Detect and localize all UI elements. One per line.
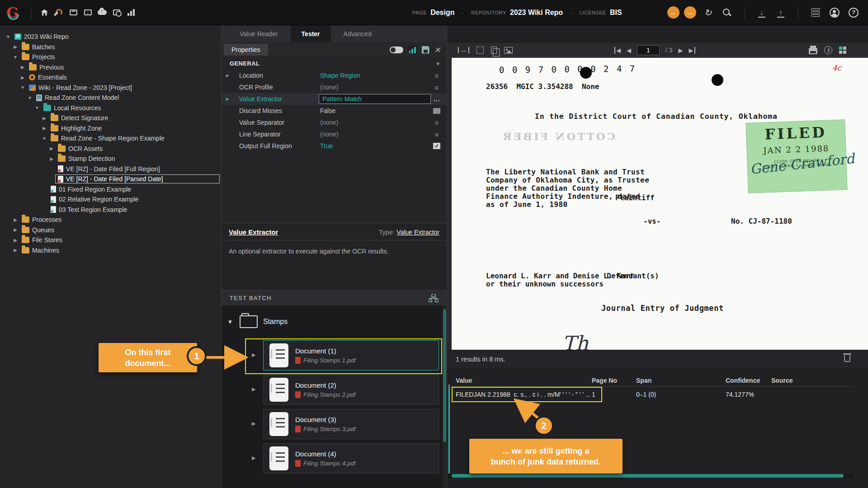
download-icon[interactable]: ↓ [755,6,769,19]
property-row[interactable]: ▶ Location Shape Region [222,70,447,81]
expand-arrow-icon[interactable]: ▶ [41,126,48,131]
tree-item-body[interactable]: Processes [19,215,64,224]
property-action-icon[interactable] [433,84,440,91]
property-value[interactable]: (none) [320,84,338,91]
tree-item[interactable]: 03 Text Region Example [0,205,221,215]
import-icon[interactable]: ↓ [80,6,95,19]
expand-arrow-icon[interactable]: ▶ [226,97,229,101]
info-icon[interactable]: i [824,46,832,54]
marquee-select-icon[interactable] [476,47,484,54]
expand-arrow-icon[interactable]: ▶ [19,75,26,80]
expand-arrow-icon[interactable]: ▼ [19,85,26,90]
expand-arrow-icon[interactable]: ▶ [226,73,229,78]
tree-item-body[interactable]: 2023 Wiki Repo [12,32,71,41]
property-action-icon[interactable] [433,119,440,127]
hierarchy-icon[interactable] [429,294,439,302]
tree-item-body[interactable]: VE [RZ] - Date Filed [Parsed Date] [55,174,220,183]
tree-item-body[interactable]: Detect Signature [48,113,111,122]
expand-arrow-icon[interactable]: ▼ [12,55,19,60]
tree-item-body[interactable]: File Stores [19,235,65,244]
expand-arrow-icon[interactable]: ▶ [12,44,19,49]
column-header[interactable]: Span [636,377,726,384]
viewer-canvas[interactable]: 0 0 9 7 0 0 0 0 2 4 7 4c 26356 MGIC 3.35… [447,57,868,350]
print-icon[interactable] [809,48,817,54]
property-action-icon[interactable] [433,108,440,114]
image-icon[interactable] [504,47,513,54]
property-action-icon[interactable] [433,72,440,80]
property-row[interactable]: ▶ Value Extractor Pattern Match [222,93,447,105]
trash-icon[interactable] [844,355,850,362]
section-header[interactable]: GENERAL ▾ [222,57,447,70]
tree-item[interactable]: ▶ Stamp Detection [0,154,221,164]
tree-item-body[interactable]: OCR Assets [55,144,105,153]
property-row[interactable]: Output Full Region True [222,140,447,152]
document-card[interactable]: Document (2) Filing Stamps 2.pdf [263,375,439,405]
tools-icon[interactable] [52,6,66,19]
last-page-icon[interactable]: ▶ [689,47,695,54]
tree-item[interactable]: 01 Fixed Region Example [0,184,221,195]
tree-item[interactable]: ▶ Previous [0,62,221,73]
expand-arrow-icon[interactable]: ▼ [33,105,41,110]
expand-arrow-icon[interactable]: ▶ [252,421,255,427]
property-value[interactable]: (none) [320,131,338,138]
page-value[interactable]: Design [430,9,454,17]
upload-icon[interactable]: ↑ [774,6,788,19]
tree-item-body[interactable]: Stamp Detection [55,154,118,163]
search-icon[interactable] [720,6,734,19]
property-action-icon[interactable] [433,95,440,103]
tree-item[interactable]: ▶ Essentials [0,72,221,83]
property-row[interactable]: OCR Profile (none) [222,81,447,93]
property-row[interactable]: Line Separator (none) [222,128,447,140]
tree-item[interactable]: ▶ File Stores [0,235,221,245]
property-row[interactable]: Value Separator (none) [222,117,447,128]
tree-item[interactable]: ▼ Projects [0,52,221,62]
batches-icon[interactable] [66,6,80,19]
document-card[interactable]: Document (4) Filing Stamps 4.pdf [263,443,439,474]
first-page-icon[interactable]: ◀ [614,47,621,54]
property-value[interactable]: Pattern Match [319,94,431,104]
stack-icon[interactable] [808,6,823,19]
property-row[interactable]: Discard Misses False [222,105,447,117]
tree-item[interactable]: ▶ OCR Assets [0,144,221,154]
repository-value[interactable]: 2023 Wiki Repo [510,9,563,17]
tab[interactable]: Value Reader [229,25,289,42]
property-value[interactable]: Shape Region [320,72,360,79]
user-icon[interactable] [827,6,842,19]
scheduler-icon[interactable] [109,6,124,19]
tree-item-body[interactable]: Queues [19,225,57,235]
scanned-document-page[interactable]: 0 0 9 7 0 0 0 0 2 4 7 4c 26356 MGIC 3.35… [452,58,868,350]
home-icon[interactable] [37,6,52,19]
tree-item[interactable]: ▶ Batches [0,42,221,52]
chart-icon[interactable] [408,46,417,54]
column-header[interactable]: Confidence [726,377,771,384]
expand-arrow-icon[interactable]: ▶ [48,146,55,151]
column-header[interactable]: Page No [592,377,636,384]
tree-item[interactable]: ▶ Processes [0,215,221,225]
toggle-icon[interactable] [390,47,403,53]
expand-arrow-icon[interactable]: ▶ [252,386,255,392]
expand-arrow-icon[interactable]: ▼ [26,95,33,100]
expand-arrow-icon[interactable]: ▶ [19,65,26,70]
tree-item[interactable]: 02 Relative Region Example [0,194,221,205]
document-card[interactable]: Document (3) Filing Stamps 3.pdf [263,409,439,439]
tree-item[interactable]: ▼ Local Resources [0,103,221,113]
tree-item[interactable]: ▶ Machines [0,245,221,256]
column-header[interactable]: Value [456,377,592,384]
tree-item[interactable]: ▶ Highlight Zone [0,123,221,134]
type-link[interactable]: Value Extractor [396,229,439,236]
next-page-icon[interactable]: ▶ [679,47,683,54]
tree-item-body[interactable]: 01 Fixed Region Example [48,185,134,194]
view-options-icon[interactable] [839,47,846,54]
tree-item-body[interactable]: Previous [26,63,66,72]
tree-item-body[interactable]: Read Zone Content Model [33,93,122,102]
expand-arrow-icon[interactable]: ▶ [41,116,48,121]
tab[interactable]: Advanced [333,25,382,42]
expand-arrow-icon[interactable]: ▶ [48,156,55,161]
tree-item[interactable]: VE [RZ] - Date Filed [Full Region] [0,164,221,174]
tree-item-body[interactable]: Highlight Zone [48,124,104,133]
scrollbar-thumb[interactable] [452,474,844,478]
tree-item-body[interactable]: Wiki - Read Zone - 2023 [Project] [26,83,135,92]
batch-folder-row[interactable]: ▼ Stamps [226,315,288,328]
tree-item[interactable]: VE [RZ] - Date Filed [Parsed Date] [0,174,221,184]
tree-item-body[interactable]: Batches [19,42,58,52]
